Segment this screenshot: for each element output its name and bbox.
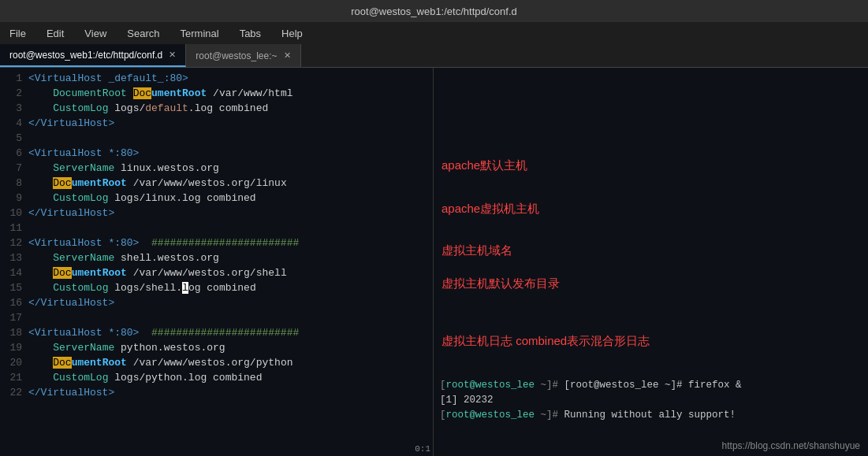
term-line-1: [1] 20232 xyxy=(440,393,861,408)
tab-0-label: root@westos_web1:/etc/httpd/conf.d xyxy=(9,50,162,61)
watermark: https://blog.csdn.net/shanshuyue xyxy=(722,440,860,451)
menu-terminal[interactable]: Terminal xyxy=(177,26,222,41)
menu-tabs[interactable]: Tabs xyxy=(237,26,264,41)
status-line: 0:1 xyxy=(0,442,434,456)
annotation-1: apache默认主机 xyxy=(441,158,527,173)
annotation-2: apache虚拟机主机 xyxy=(441,202,539,217)
cursor-position: 0:1 xyxy=(415,444,430,454)
term-line-2: [root@westos_lee ~]# Running without all… xyxy=(440,408,861,423)
tab-1-close[interactable]: ✕ xyxy=(284,50,291,61)
title-bar: root@westos_web1:/etc/httpd/conf.d xyxy=(0,0,868,22)
line-numbers: 12345 678910 1112131415 1617181920 2122 xyxy=(0,68,25,456)
tab-1[interactable]: root@westos_lee:~ ✕ xyxy=(186,44,300,67)
code-content[interactable]: <VirtualHost _default_:80> DocumentRoot … xyxy=(25,68,433,456)
main-content: 12345 678910 1112131415 1617181920 2122 … xyxy=(0,68,868,456)
menu-search[interactable]: Search xyxy=(124,26,162,41)
code-area[interactable]: 12345 678910 1112131415 1617181920 2122 … xyxy=(0,68,433,456)
annotations-pane: apache默认主机 apache虚拟机主机 虚拟主机域名 虚拟主机默认发布目录… xyxy=(434,68,867,456)
tab-bar: root@westos_web1:/etc/httpd/conf.d ✕ roo… xyxy=(0,44,868,68)
title-text: root@westos_web1:/etc/httpd/conf.d xyxy=(351,6,516,17)
tab-0[interactable]: root@westos_web1:/etc/httpd/conf.d ✕ xyxy=(0,44,186,67)
annotation-5: 虚拟主机日志 combined表示混合形日志 xyxy=(441,334,650,349)
menu-edit[interactable]: Edit xyxy=(43,26,67,41)
menu-view[interactable]: View xyxy=(81,26,110,41)
annotation-4: 虚拟主机默认发布目录 xyxy=(441,276,560,291)
menu-bar: File Edit View Search Terminal Tabs Help xyxy=(0,22,868,44)
menu-help[interactable]: Help xyxy=(278,26,306,41)
term-line-0: [root@westos_lee ~]# [root@westos_lee ~]… xyxy=(440,378,861,393)
annotation-3: 虚拟主机域名 xyxy=(441,243,512,258)
menu-file[interactable]: File xyxy=(6,26,29,41)
editor-pane: 12345 678910 1112131415 1617181920 2122 … xyxy=(0,68,434,456)
tab-0-close[interactable]: ✕ xyxy=(169,50,176,60)
tab-1-label: root@westos_lee:~ xyxy=(196,50,277,61)
